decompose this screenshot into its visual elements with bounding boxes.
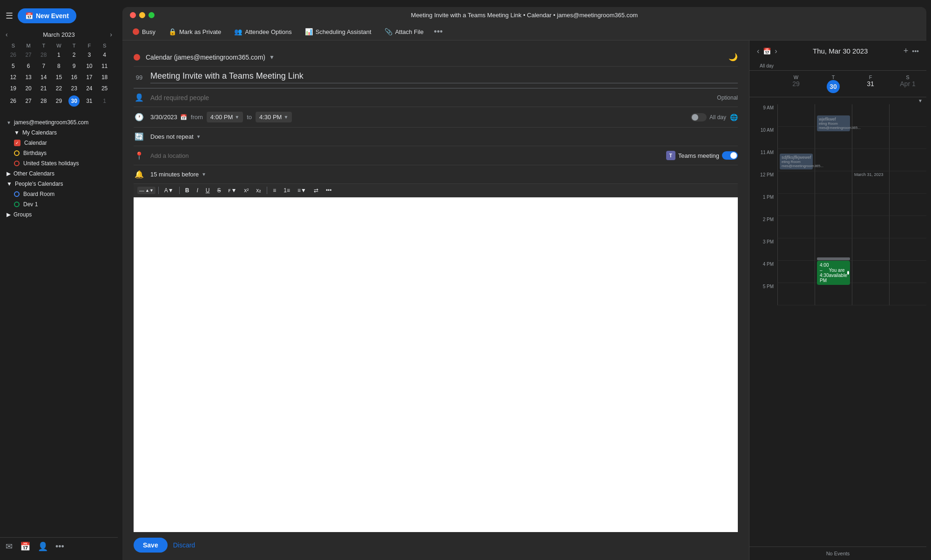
indent-button[interactable]: ⇄ [311, 186, 321, 195]
bullet-list-button[interactable]: ≡ [270, 186, 279, 195]
calendar-item-us-holidays[interactable]: United States holidays [11, 158, 114, 169]
next-month-button[interactable]: › [110, 31, 112, 38]
groups-header[interactable]: ▶ Groups [4, 209, 114, 220]
mini-cal-day-2-6[interactable]: 18 [97, 72, 112, 83]
time-cell-2pm-sat[interactable] [889, 216, 926, 238]
time-cell-4pm-thu[interactable]: 4:00 – 4:30 PM You are available [815, 261, 852, 283]
time-cell-9am-fri[interactable] [852, 104, 889, 127]
alert-selector[interactable]: 15 minutes before ▼ [150, 171, 206, 178]
date-button[interactable]: 3/30/2023 📅 [150, 114, 187, 121]
mini-cal-day-4-2[interactable]: 28 [36, 94, 51, 108]
mini-cal-day-3-5[interactable]: 24 [82, 83, 97, 94]
minimize-button[interactable] [139, 12, 145, 18]
mini-cal-day-2-3[interactable]: 15 [51, 72, 67, 83]
start-time-selector[interactable]: 4:00 PM ▼ [207, 112, 243, 122]
time-cell-5pm-thu[interactable] [815, 283, 852, 305]
time-cell-3pm-sat[interactable] [889, 238, 926, 261]
time-cell-5pm-wed[interactable] [777, 283, 815, 305]
allday-switch[interactable] [691, 113, 707, 121]
mini-cal-day-4-0[interactable]: 26 [6, 94, 21, 108]
time-cell-2pm-fri[interactable] [852, 216, 889, 238]
time-cell-3pm-fri[interactable] [852, 238, 889, 261]
align-button[interactable]: ≡▼ [295, 186, 309, 195]
mini-cal-day-3-0[interactable]: 19 [6, 83, 21, 94]
italic-button[interactable]: I [194, 186, 201, 195]
time-cell-12pm-thu[interactable] [815, 171, 852, 194]
scheduling-assistant-button[interactable]: 📊 Scheduling Assistant [302, 26, 374, 37]
more-format-button[interactable]: ••• [323, 186, 335, 195]
editor-area[interactable] [134, 197, 738, 532]
people-icon[interactable]: 👤 [38, 541, 48, 552]
close-button[interactable] [130, 12, 136, 18]
more-nav-icon[interactable]: ••• [55, 542, 64, 552]
day-col-sat[interactable]: S Apr 1 [889, 73, 926, 95]
mini-cal-day-0-5[interactable]: 3 [82, 49, 97, 61]
add-event-icon[interactable]: + [904, 46, 909, 56]
mini-cal-day-0-0[interactable]: 26 [6, 49, 21, 61]
mini-cal-day-4-4[interactable]: 30 [67, 94, 82, 108]
time-cell-5pm-sat[interactable] [889, 283, 926, 305]
mini-cal-day-4-3[interactable]: 29 [51, 94, 67, 108]
time-cell-11am-thu[interactable] [815, 149, 852, 171]
mini-cal-day-2-2[interactable]: 14 [36, 72, 51, 83]
font-size-selector[interactable]: — ▲▼ [137, 187, 155, 194]
mini-cal-day-0-2[interactable]: 28 [36, 49, 51, 61]
time-cell-12pm-fri[interactable]: March 31, 2023 [852, 171, 889, 194]
mini-cal-day-3-3[interactable]: 22 [51, 83, 67, 94]
mini-cal-day-0-1[interactable]: 27 [21, 49, 36, 61]
day-col-wed[interactable]: W 29 [777, 73, 815, 95]
subscript-button[interactable]: x₂ [253, 186, 264, 195]
numbered-list-button[interactable]: 1≡ [281, 186, 293, 195]
superscript-button[interactable]: x² [241, 186, 251, 195]
time-cell-10am-fri[interactable] [852, 127, 889, 149]
time-cell-9am-wed[interactable] [777, 104, 815, 127]
mini-cal-day-0-4[interactable]: 2 [67, 49, 82, 61]
mini-cal-day-2-4[interactable]: 16 [67, 72, 82, 83]
time-cell-11am-wed[interactable]: sdjflksjflkjwewef eting Room mes@meeting… [777, 149, 815, 171]
time-cell-10am-thu[interactable] [815, 127, 852, 149]
status-selector[interactable]: Busy [130, 27, 158, 37]
mini-cal-day-1-2[interactable]: 7 [36, 61, 51, 72]
mini-cal-day-2-0[interactable]: 12 [6, 72, 21, 83]
calendar-selector[interactable]: Calendar (james@meetingroom365.com) ▼ [146, 54, 723, 61]
time-cell-3pm-thu[interactable] [815, 238, 852, 261]
format-button[interactable]: ꜰ▼ [225, 186, 239, 195]
time-cell-10am-sat[interactable] [889, 127, 926, 149]
teams-toggle[interactable] [722, 151, 738, 160]
calendar-item-dev1[interactable]: Dev 1 [11, 199, 114, 209]
day-col-fri[interactable]: F 31 [852, 73, 889, 95]
calendar-item-birthdays[interactable]: Birthdays [11, 148, 114, 158]
mini-cal-day-3-6[interactable]: 25 [97, 83, 112, 94]
maximize-button[interactable] [148, 12, 155, 18]
mini-cal-day-1-6[interactable]: 11 [97, 61, 112, 72]
time-cell-1pm-thu[interactable] [815, 194, 852, 216]
mini-cal-day-3-1[interactable]: 20 [21, 83, 36, 94]
mini-cal-day-1-1[interactable]: 6 [21, 61, 36, 72]
mini-cal-day-3-2[interactable]: 21 [36, 83, 51, 94]
peoples-calendars-header[interactable]: ▼ People's Calendars [4, 179, 114, 189]
time-cell-5pm-fri[interactable] [852, 283, 889, 305]
time-cell-10am-wed[interactable] [777, 127, 815, 149]
mini-cal-day-4-6[interactable]: 1 [97, 94, 112, 108]
save-button[interactable]: Save [134, 538, 168, 553]
time-cell-12pm-sat[interactable] [889, 171, 926, 194]
attendee-options-button[interactable]: 👥 Attendee Options [231, 26, 294, 37]
time-cell-1pm-wed[interactable] [777, 194, 815, 216]
event-title-input[interactable] [150, 71, 738, 83]
time-cell-4pm-wed[interactable] [777, 261, 815, 283]
time-cell-1pm-sat[interactable] [889, 194, 926, 216]
mini-cal-day-1-4[interactable]: 9 [67, 61, 82, 72]
cal-panel-more-icon[interactable]: ••• [912, 47, 919, 55]
mini-cal-day-3-4[interactable]: 23 [67, 83, 82, 94]
mini-cal-day-4-1[interactable]: 27 [21, 94, 36, 108]
time-cell-2pm-wed[interactable] [777, 216, 815, 238]
underline-button[interactable]: U [203, 186, 213, 195]
allday-toggle[interactable]: All day [691, 113, 726, 121]
calendar-item-calendar[interactable]: ✓ Calendar [11, 138, 114, 148]
day-col-thu[interactable]: T 30 [815, 73, 852, 95]
cal-panel-next-button[interactable]: › [775, 47, 777, 55]
cal-panel-prev-button[interactable]: ‹ [757, 47, 759, 55]
my-calendars-header[interactable]: ▼ My Calendars [11, 128, 114, 138]
mini-cal-day-1-0[interactable]: 5 [6, 61, 21, 72]
font-color-button[interactable]: A▼ [162, 186, 176, 195]
